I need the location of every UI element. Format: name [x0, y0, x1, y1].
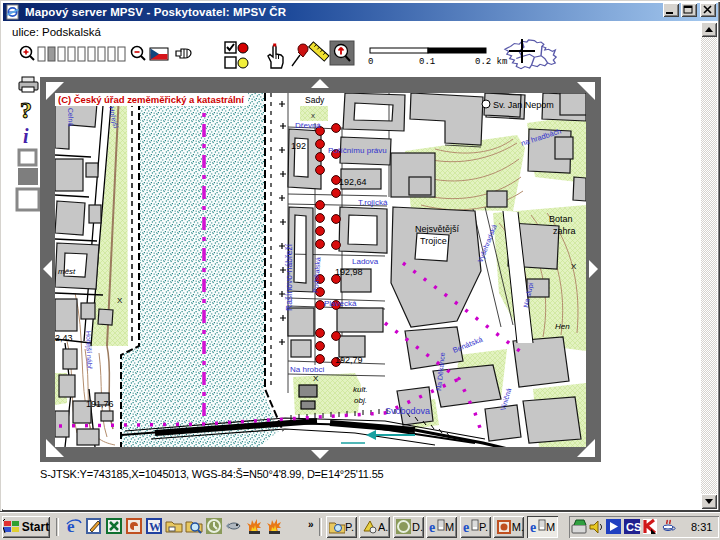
svg-text:e: e — [429, 520, 435, 535]
svg-text:192: 192 — [291, 141, 306, 151]
svg-text:kult.: kult. — [353, 385, 368, 394]
svg-text:obj.: obj. — [354, 396, 367, 405]
svg-text:Sady: Sady — [305, 95, 325, 105]
svg-text:Nejsvětější: Nejsvětější — [415, 224, 460, 234]
svg-text:Hen: Hen — [555, 322, 570, 331]
svg-text:0.1: 0.1 — [419, 57, 435, 67]
svg-text:8:31: 8:31 — [691, 521, 712, 533]
svg-text:T.rojická: T.rojická — [358, 198, 388, 207]
svg-text:192,79: 192,79 — [335, 355, 363, 365]
svg-text:měst: měst — [58, 267, 76, 276]
svg-text:Celná: Celná — [67, 108, 75, 127]
svg-text:X: X — [117, 296, 123, 305]
svg-text:?: ? — [20, 97, 32, 123]
svg-text:Svobodova: Svobodova — [385, 406, 430, 416]
svg-text:W: W — [149, 520, 161, 534]
svg-text:»: » — [308, 519, 314, 530]
svg-text:0: 0 — [368, 57, 373, 67]
svg-text:191,76: 191,76 — [86, 399, 114, 409]
svg-text:2,43: 2,43 — [55, 333, 73, 343]
svg-text:x: x — [311, 111, 315, 120]
svg-text:192,64: 192,64 — [339, 177, 367, 187]
svg-text:(C) Český úřad zeměměřický a k: (C) Český úřad zeměměřický a katastrální — [58, 94, 244, 105]
svg-text:Ladova: Ladova — [352, 257, 379, 266]
svg-text:X: X — [313, 374, 319, 383]
svg-text:CS: CS — [626, 521, 641, 533]
svg-text:Dřevná: Dřevná — [295, 121, 321, 130]
svg-text:192,98: 192,98 — [335, 267, 363, 277]
svg-text:Sv. Jan Nepom: Sv. Jan Nepom — [493, 100, 554, 110]
svg-text:e: e — [463, 520, 469, 535]
svg-text:X: X — [571, 262, 577, 271]
svg-text:Plavecká: Plavecká — [324, 299, 357, 308]
svg-text:Trojice: Trojice — [420, 236, 447, 246]
svg-text:0.2 km: 0.2 km — [475, 57, 507, 67]
svg-text:zahra: zahra — [553, 226, 576, 236]
svg-text:e: e — [530, 520, 536, 535]
svg-text:Botan: Botan — [549, 214, 573, 224]
svg-text:Rašínovo-nábřeží: Rašínovo-nábřeží — [284, 243, 294, 311]
svg-text:i: i — [23, 125, 29, 147]
svg-text:Na hrobci: Na hrobci — [290, 365, 324, 374]
svg-text:Poříčnímu právu: Poříčnímu právu — [328, 146, 387, 155]
